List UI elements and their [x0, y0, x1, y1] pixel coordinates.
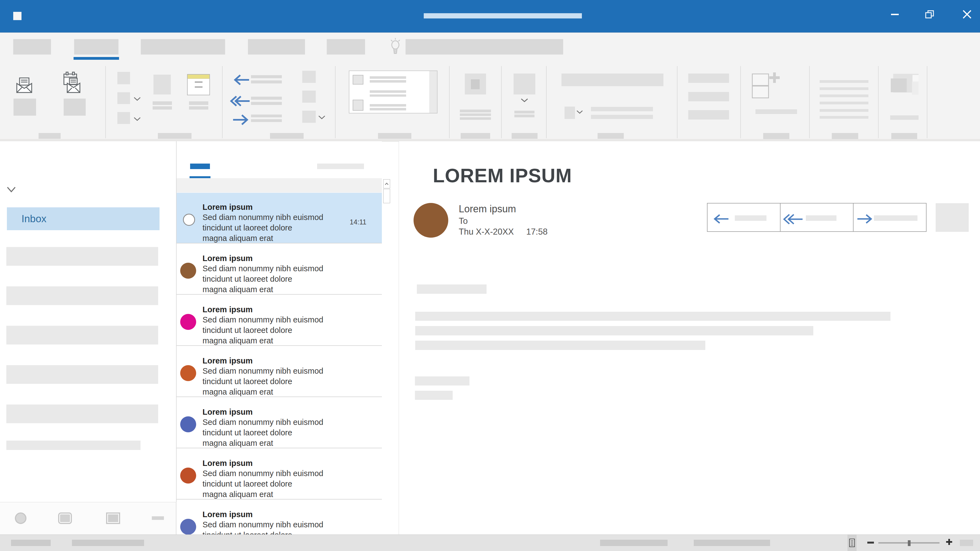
- tags-wide-placeholder[interactable]: [562, 73, 663, 86]
- text-line-bar: [820, 116, 869, 119]
- list-sort-filter-placeholder[interactable]: [317, 164, 364, 169]
- nav-people-icon[interactable]: [106, 513, 120, 524]
- reply-all-button[interactable]: [781, 203, 854, 231]
- respond-extra-placeholder[interactable]: [302, 91, 316, 103]
- group-icon-bottom[interactable]: [752, 86, 769, 98]
- chevron-down-icon[interactable]: [134, 97, 141, 101]
- folder-item-placeholder[interactable]: [6, 365, 158, 384]
- folder-item-inbox[interactable]: Inbox: [7, 207, 159, 230]
- small-button-placeholder[interactable]: [118, 72, 130, 84]
- more-actions-placeholder[interactable]: [935, 203, 969, 232]
- addins-icon-layer: [891, 78, 907, 92]
- chevron-down-icon[interactable]: [134, 117, 141, 121]
- text-line-bar: [820, 109, 869, 112]
- message-subject: Lorem ipsum: [202, 408, 253, 417]
- new-email-label-placeholder[interactable]: [13, 98, 36, 116]
- forward-button[interactable]: [854, 203, 926, 231]
- folder-item-placeholder[interactable]: [6, 286, 158, 305]
- list-tab-focused[interactable]: [190, 164, 210, 169]
- message-subject-heading: LOREM IPSUM: [433, 165, 572, 187]
- message-subject: Lorem ipsum: [202, 459, 253, 468]
- small-button-placeholder[interactable]: [118, 112, 130, 124]
- move-button-placeholder[interactable]: [465, 73, 486, 94]
- inbox-label: Inbox: [21, 207, 159, 230]
- sender-avatar: [183, 214, 195, 226]
- command-bar-placeholder[interactable]: [688, 92, 729, 101]
- chevron-down-icon[interactable]: [576, 110, 583, 114]
- rules-button-placeholder[interactable]: [514, 73, 535, 94]
- tag-button-placeholder[interactable]: [565, 106, 575, 119]
- reply-icon[interactable]: [232, 74, 250, 86]
- folder-item-placeholder-small[interactable]: [6, 441, 140, 450]
- command-bar-placeholder[interactable]: [688, 110, 729, 119]
- scrollbar-up-button[interactable]: [383, 179, 390, 188]
- quick-step-icon: [353, 75, 363, 84]
- quick-steps-gallery[interactable]: [349, 70, 438, 113]
- folders-expand-chevron-icon[interactable]: [7, 187, 16, 193]
- tell-me-search-placeholder[interactable]: [406, 39, 563, 54]
- ribbon-tab-file[interactable]: [13, 39, 51, 54]
- sender-avatar: [180, 365, 196, 381]
- command-bar-placeholder[interactable]: [688, 73, 729, 83]
- quick-step-text-bar: [370, 94, 406, 97]
- sticky-note-icon[interactable]: [187, 74, 210, 95]
- body-text-bar: [415, 341, 705, 350]
- group-label-respond: [270, 133, 304, 139]
- message-list-item[interactable]: Lorem ipsum Sed diam nonummy nibh euismo…: [177, 193, 382, 243]
- message-preview: Sed diam nonummy nibh euismod tincidunt …: [202, 366, 323, 397]
- plus-icon: [773, 72, 776, 83]
- folder-item-placeholder[interactable]: [6, 405, 158, 423]
- quick-step-text-bar: [370, 76, 406, 79]
- minimize-button[interactable]: [886, 6, 904, 22]
- zoom-slider-thumb[interactable]: [908, 540, 911, 546]
- message-subject: Lorem ipsum: [202, 305, 253, 314]
- close-button[interactable]: [958, 6, 977, 22]
- tell-me-lightbulb-icon[interactable]: [389, 37, 402, 56]
- zoom-level-placeholder[interactable]: [960, 540, 973, 546]
- ribbon-tab-2[interactable]: [141, 39, 225, 54]
- button-caption-bar: [756, 109, 797, 114]
- respond-extra-placeholder[interactable]: [302, 111, 316, 123]
- sender-avatar: [180, 314, 196, 330]
- scrollbar-thumb[interactable]: [383, 189, 390, 203]
- body-text-bar: [417, 284, 487, 294]
- forward-icon[interactable]: [232, 114, 250, 125]
- folder-item-placeholder[interactable]: [6, 247, 158, 266]
- date-label: Thu X-X-20XX: [459, 227, 514, 237]
- folder-item-placeholder[interactable]: [6, 326, 158, 345]
- group-icon-top[interactable]: [752, 73, 769, 86]
- message-list-item[interactable]: Lorem ipsum Sed diam nonummy nibh euismo…: [177, 295, 382, 346]
- zoom-out-button[interactable]: [867, 541, 874, 543]
- new-items-icon[interactable]: [62, 71, 81, 94]
- new-email-icon[interactable]: [16, 77, 32, 93]
- zoom-in-button[interactable]: [945, 538, 953, 546]
- ribbon-tab-3[interactable]: [248, 39, 305, 54]
- new-items-label-placeholder[interactable]: [64, 98, 86, 116]
- delete-button-placeholder[interactable]: [153, 75, 171, 94]
- respond-extra-placeholder[interactable]: [302, 71, 316, 83]
- nav-calendar-icon[interactable]: [58, 513, 72, 524]
- button-caption-bar: [890, 115, 919, 120]
- reading-view-button[interactable]: [848, 535, 857, 551]
- group-label-delete: [158, 133, 191, 139]
- chevron-down-icon[interactable]: [521, 98, 528, 102]
- ribbon-tab-home-active[interactable]: [74, 39, 118, 54]
- gallery-scroll-strip[interactable]: [429, 71, 437, 113]
- message-list-item[interactable]: Lorem ipsum Sed diam nonummy nibh euismo…: [177, 500, 382, 535]
- ribbon-tab-4[interactable]: [327, 39, 365, 54]
- quick-step-icon: [353, 100, 363, 111]
- status-bar: [0, 535, 980, 551]
- message-list-item[interactable]: Lorem ipsum Sed diam nonummy nibh euismo…: [177, 398, 382, 448]
- message-list-item[interactable]: Lorem ipsum Sed diam nonummy nibh euismo…: [177, 346, 382, 397]
- reply-all-icon[interactable]: [230, 95, 250, 107]
- nav-mail-icon[interactable]: [15, 513, 27, 524]
- message-list-item[interactable]: Lorem ipsum Sed diam nonummy nibh euismo…: [177, 244, 382, 295]
- status-item-placeholder: [600, 540, 668, 546]
- nav-more-icon[interactable]: [152, 516, 164, 520]
- message-list-item[interactable]: Lorem ipsum Sed diam nonummy nibh euismo…: [177, 449, 382, 500]
- small-button-placeholder[interactable]: [118, 92, 130, 104]
- button-caption-bar: [460, 113, 491, 116]
- restore-button[interactable]: [920, 6, 939, 22]
- reply-button[interactable]: [708, 203, 781, 231]
- chevron-down-icon[interactable]: [318, 115, 325, 119]
